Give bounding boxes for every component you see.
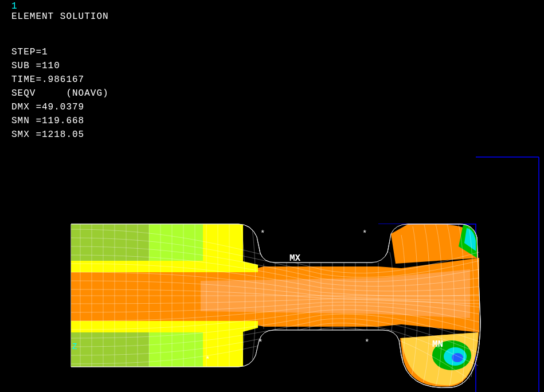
node-marker-icon: * [258, 338, 263, 347]
min-marker: MN [432, 339, 443, 350]
svg-point-5 [452, 353, 463, 362]
node-marker-icon: * [260, 229, 265, 238]
fea-contour-plot [0, 0, 544, 392]
axis-z-label: Z [72, 342, 77, 351]
node-marker-icon: * [205, 355, 210, 364]
node-marker-icon: * [365, 338, 369, 347]
max-marker: MX [289, 253, 300, 264]
node-marker-icon: * [362, 229, 367, 238]
